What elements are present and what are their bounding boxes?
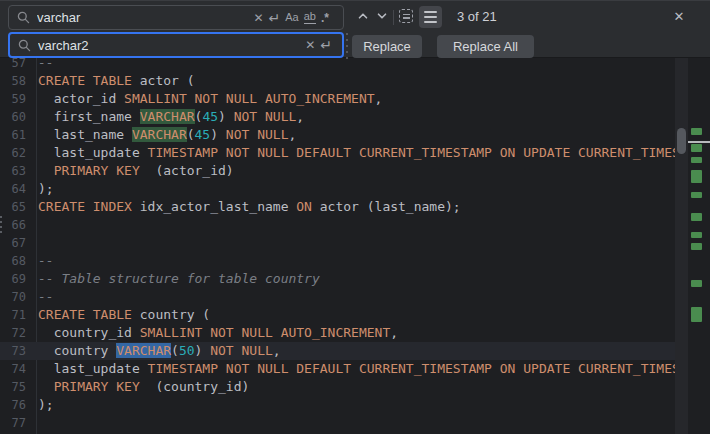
filter-options-icon[interactable] (419, 6, 442, 28)
stripe-match-mark[interactable] (691, 213, 702, 221)
stripe-current-position-marker (688, 141, 710, 143)
code-line-64[interactable]: 64); (0, 180, 675, 198)
line-number[interactable]: 66 (0, 216, 36, 234)
search-field[interactable]: ✕ ↵ Aa ab .* (8, 5, 344, 30)
search-icon[interactable] (17, 11, 30, 24)
code-line-60[interactable]: 60 first_name VARCHAR(45) NOT NULL, (0, 108, 675, 126)
stripe-match-mark[interactable] (691, 243, 702, 250)
code-line-62[interactable]: 62 last_update TIMESTAMP NOT NULL DEFAUL… (0, 144, 675, 162)
code-line-76[interactable]: 76); (0, 396, 675, 414)
clear-search-icon[interactable]: ✕ (253, 12, 263, 24)
line-number[interactable]: 72 (0, 324, 36, 342)
line-number[interactable]: 62 (0, 144, 36, 162)
error-stripe[interactable] (691, 0, 702, 434)
code-text (36, 234, 38, 252)
find-replace-panel: ✕ ↵ Aa ab .* ✕ ↵ 3 of (0, 0, 710, 58)
stripe-match-mark[interactable] (691, 170, 702, 183)
code-line-77[interactable]: 77 (0, 414, 675, 432)
match-count-label: 3 of 21 (457, 1, 497, 33)
code-text: last_update TIMESTAMP NOT NULL DEFAULT C… (36, 144, 675, 162)
code-text: PRIMARY KEY (country_id) (36, 378, 249, 396)
code-line-57[interactable]: 57-- (0, 58, 675, 72)
code-line-70[interactable]: 70-- (0, 288, 675, 306)
code-line-75[interactable]: 75 PRIMARY KEY (country_id) (0, 378, 675, 396)
replace-all-button[interactable]: Replace All (437, 35, 534, 58)
line-number[interactable]: 74 (0, 360, 36, 378)
line-number[interactable]: 75 (0, 378, 36, 396)
previous-match-button[interactable] (355, 10, 370, 25)
tool-window-splitter-grip[interactable] (0, 216, 3, 233)
search-match-current[interactable]: VARCHAR (116, 343, 171, 358)
line-number[interactable]: 69 (0, 270, 36, 288)
scrollbar-track[interactable] (675, 58, 688, 434)
code-text: PRIMARY KEY (actor_id) (36, 162, 234, 180)
code-editor[interactable]: 57--58CREATE TABLE actor (59 actor_id SM… (0, 58, 710, 434)
panel-resize-grip[interactable] (346, 33, 349, 59)
code-text: ); (36, 180, 54, 198)
code-text: country VARCHAR(50) NOT NULL, (36, 342, 281, 360)
line-number[interactable]: 61 (0, 126, 36, 144)
close-icon[interactable]: ✕ (669, 2, 689, 32)
code-text: last_update TIMESTAMP NOT NULL DEFAULT C… (36, 360, 675, 378)
stripe-match-mark[interactable] (691, 157, 702, 163)
search-match[interactable]: VARCHAR (140, 109, 195, 124)
stripe-match-mark[interactable] (691, 307, 702, 322)
replace-button[interactable]: Replace (352, 35, 422, 58)
code-line-72[interactable]: 72 country_id SMALLINT NOT NULL AUTO_INC… (0, 324, 675, 342)
code-line-61[interactable]: 61 last_name VARCHAR(45) NOT NULL, (0, 126, 675, 144)
line-number[interactable]: 67 (0, 234, 36, 252)
code-line-58[interactable]: 58CREATE TABLE actor ( (0, 72, 675, 90)
code-text: country_id SMALLINT NOT NULL AUTO_INCREM… (36, 324, 398, 342)
search-icon (18, 39, 31, 52)
code-line-68[interactable]: 68-- (0, 252, 675, 270)
stripe-match-mark[interactable] (691, 144, 702, 152)
stripe-match-mark[interactable] (691, 128, 702, 135)
newline-icon[interactable]: ↵ (320, 38, 332, 52)
search-input[interactable] (37, 10, 253, 25)
line-number[interactable]: 64 (0, 180, 36, 198)
line-number[interactable]: 57 (0, 58, 36, 72)
replace-input[interactable] (38, 38, 305, 53)
code-line-59[interactable]: 59 actor_id SMALLINT NOT NULL AUTO_INCRE… (0, 90, 675, 108)
line-number[interactable]: 63 (0, 162, 36, 180)
code-line-69[interactable]: 69-- Table structure for table country (0, 270, 675, 288)
code-line-71[interactable]: 71CREATE TABLE country ( (0, 306, 675, 324)
line-number[interactable]: 59 (0, 90, 36, 108)
toolbar-divider (393, 10, 394, 25)
line-number[interactable]: 77 (0, 414, 36, 432)
line-number[interactable]: 65 (0, 198, 36, 216)
code-text: ); (36, 396, 54, 414)
code-line-63[interactable]: 63 PRIMARY KEY (actor_id) (0, 162, 675, 180)
search-in-selection-icon[interactable] (399, 9, 413, 23)
code-line-67[interactable]: 67 (0, 234, 675, 252)
line-number[interactable]: 58 (0, 72, 36, 90)
match-case-toggle[interactable]: Aa (285, 12, 298, 23)
code-line-74[interactable]: 74 last_update TIMESTAMP NOT NULL DEFAUL… (0, 360, 675, 378)
whole-words-toggle[interactable]: ab (304, 11, 316, 24)
next-match-button[interactable] (374, 10, 389, 25)
code-lines: 57--58CREATE TABLE actor (59 actor_id SM… (0, 58, 710, 432)
newline-icon[interactable]: ↵ (269, 11, 281, 25)
code-text (36, 414, 38, 432)
line-number[interactable]: 60 (0, 108, 36, 126)
code-text: -- Table structure for table country (36, 270, 320, 288)
line-number[interactable]: 68 (0, 252, 36, 270)
code-text: CREATE INDEX idx_actor_last_name ON acto… (36, 198, 461, 216)
regex-toggle[interactable]: .* (321, 12, 329, 24)
code-text: -- (36, 288, 54, 306)
line-number[interactable]: 76 (0, 396, 36, 414)
code-line-73[interactable]: 73 country VARCHAR(50) NOT NULL, (0, 342, 675, 360)
stripe-match-mark[interactable] (691, 232, 702, 238)
clear-replace-icon[interactable]: ✕ (305, 39, 315, 51)
code-text: CREATE TABLE country ( (36, 306, 210, 324)
line-number[interactable]: 71 (0, 306, 36, 324)
scrollbar-thumb[interactable] (677, 128, 686, 154)
code-line-66[interactable]: 66 (0, 216, 675, 234)
line-number[interactable]: 70 (0, 288, 36, 306)
search-match[interactable]: VARCHAR (132, 127, 187, 142)
stripe-match-mark[interactable] (691, 280, 702, 287)
replace-field[interactable]: ✕ ↵ (8, 32, 344, 58)
line-number[interactable]: 73 (0, 342, 36, 360)
code-line-65[interactable]: 65CREATE INDEX idx_actor_last_name ON ac… (0, 198, 675, 216)
stripe-match-mark[interactable] (691, 192, 702, 198)
